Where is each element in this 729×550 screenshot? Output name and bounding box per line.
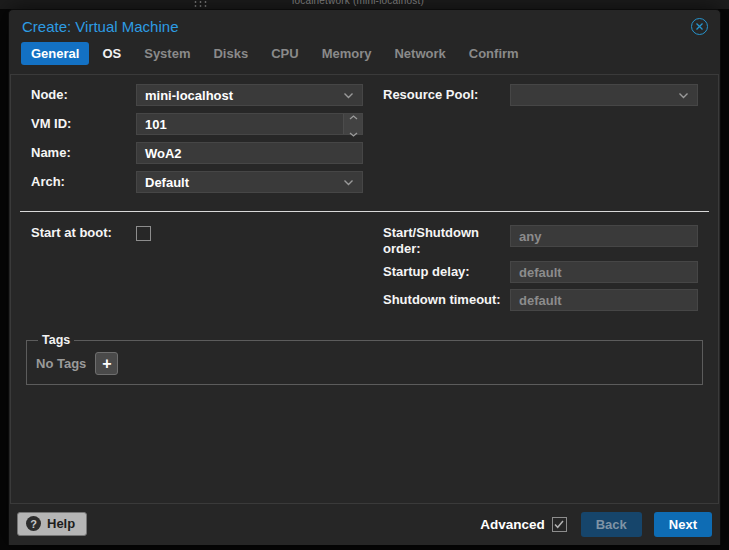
dialog-header: Create: Virtual Machine — [9, 10, 720, 39]
start-at-boot-checkbox[interactable] — [136, 226, 151, 241]
plus-icon: + — [102, 356, 111, 372]
shutdown-timeout-label: Shutdown timeout: — [383, 292, 510, 308]
name-input[interactable]: WoA2 — [136, 142, 363, 164]
spinner-up-icon[interactable] — [349, 108, 358, 123]
startup-order-placeholder: any — [519, 229, 541, 244]
arch-label: Arch: — [31, 174, 136, 190]
dialog-title: Create: Virtual Machine — [22, 18, 178, 35]
startup-delay-label: Startup delay: — [383, 264, 510, 280]
advanced-label: Advanced — [480, 517, 545, 532]
startup-delay-input[interactable]: default — [510, 261, 698, 283]
spinner-down-icon[interactable] — [349, 125, 358, 140]
chevron-down-icon[interactable] — [343, 92, 354, 99]
tab-general[interactable]: General — [21, 42, 89, 65]
shutdown-timeout-input[interactable]: default — [510, 289, 698, 311]
dialog-footer: ? Help Advanced Back Next — [9, 509, 720, 545]
startup-order-label: Start/Shutdown order: — [383, 225, 510, 257]
check-icon — [554, 520, 564, 529]
tab-disks[interactable]: Disks — [203, 42, 258, 65]
vmid-spin-zone — [343, 114, 362, 134]
start-at-boot-label: Start at boot: — [31, 225, 136, 241]
name-label: Name: — [31, 145, 136, 161]
chevron-down-icon[interactable] — [678, 92, 689, 99]
help-button-label: Help — [47, 516, 75, 531]
advanced-checkbox[interactable] — [552, 517, 567, 532]
tab-network[interactable]: Network — [384, 42, 455, 65]
chevron-down-icon[interactable] — [343, 179, 354, 186]
vmid-value: 101 — [145, 117, 167, 132]
arch-combobox[interactable]: Default — [136, 171, 363, 193]
help-button[interactable]: ? Help — [17, 512, 87, 536]
vmid-spinner-field[interactable]: 101 — [136, 113, 363, 135]
node-label: Node: — [31, 87, 136, 103]
background-app-strip: localnetwork (mini-localhost) — [0, 0, 729, 9]
tab-system[interactable]: System — [134, 42, 200, 65]
background-node-label: localnetwork (mini-localhost) — [292, 0, 424, 6]
startup-delay-placeholder: default — [519, 265, 562, 280]
help-icon: ? — [26, 516, 41, 531]
tab-cpu[interactable]: CPU — [261, 42, 308, 65]
close-icon[interactable] — [691, 18, 708, 35]
background-tree-row: localnetwork (mini-localhost) — [0, 0, 729, 9]
next-button[interactable]: Next — [654, 512, 712, 537]
resource-pool-label: Resource Pool: — [383, 87, 510, 103]
tab-memory[interactable]: Memory — [312, 42, 382, 65]
advanced-section-divider — [20, 211, 709, 212]
name-value: WoA2 — [145, 146, 182, 161]
resource-pool-combobox[interactable] — [510, 84, 698, 106]
general-tab-panel: Node: mini-localhost VM ID: 101 — [10, 74, 719, 504]
tab-os[interactable]: OS — [92, 42, 131, 65]
tags-fieldset: Tags No Tags + — [26, 333, 703, 385]
create-vm-dialog: Create: Virtual Machine General OS Syste… — [8, 9, 721, 545]
startup-order-input[interactable]: any — [510, 225, 698, 247]
tab-confirm[interactable]: Confirm — [459, 42, 529, 65]
no-tags-text: No Tags — [36, 356, 86, 371]
vmid-label: VM ID: — [31, 116, 136, 132]
node-value: mini-localhost — [145, 88, 233, 103]
arch-value: Default — [145, 175, 189, 190]
node-combobox[interactable]: mini-localhost — [136, 84, 363, 106]
tags-legend: Tags — [38, 333, 74, 347]
grid-icon — [193, 0, 209, 8]
add-tag-button[interactable]: + — [95, 352, 118, 375]
shutdown-timeout-placeholder: default — [519, 293, 562, 308]
back-button[interactable]: Back — [581, 512, 642, 537]
wizard-tabbar: General OS System Disks CPU Memory Netwo… — [9, 39, 720, 74]
